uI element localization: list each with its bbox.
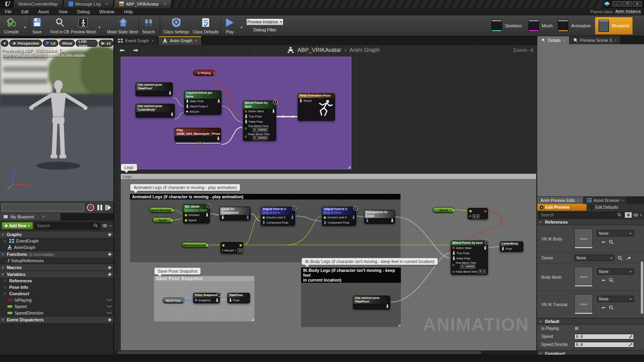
data-pin[interactable]: [484, 210, 487, 212]
data-pin[interactable]: [245, 128, 247, 130]
property-matrix-button[interactable]: ▦: [625, 212, 632, 218]
play-button[interactable]: Play: [223, 16, 237, 35]
use-selected-icon[interactable]: ⬅: [602, 305, 605, 311]
data-pin[interactable]: [452, 271, 454, 273]
node-bs-strafe[interactable]: BS_StrafeBlendspace PlayerDirectionSpeed: [183, 204, 210, 223]
function-item-setupreferences[interactable]: fSetupReferences: [0, 257, 114, 264]
close-tab-icon[interactable]: ✕: [105, 2, 109, 6]
variable-node-speed[interactable]: Speed: [153, 217, 173, 223]
add-new-button[interactable]: ✚Add New▼: [2, 222, 33, 229]
node-component-to-local[interactable]: Component To Local: [364, 210, 395, 224]
menu-help[interactable]: Help: [119, 9, 138, 14]
add-icon[interactable]: ✚: [108, 265, 111, 270]
output-pin[interactable]: [213, 72, 215, 74]
variable-visibility-icon[interactable]: [107, 311, 112, 315]
preview-viewport[interactable]: ▾ Perspective Lit Show LOD Auto x1 Previ…: [0, 38, 114, 213]
record-button[interactable]: [87, 204, 94, 211]
data-pin[interactable]: [239, 244, 242, 247]
pose-pin[interactable]: [186, 99, 189, 103]
breadcrumb-root[interactable]: ABP_VRIKAvatar: [297, 47, 341, 53]
node-blend-poses-by-bool-1[interactable]: Blend Poses by boolActive ValueTrue Pose…: [243, 101, 276, 141]
pose-pin[interactable]: [391, 218, 394, 223]
asset-thumbnail[interactable]: None: [574, 267, 593, 287]
pose-pin[interactable]: [386, 304, 389, 309]
variable-group-construct[interactable]: ▷Construct: [0, 290, 114, 297]
resize-handle[interactable]: [251, 318, 254, 321]
close-tab-icon[interactable]: ✕: [163, 2, 167, 6]
pose-watch-icon[interactable]: [273, 99, 278, 106]
add-pin-icon[interactable]: ✚: [186, 110, 188, 113]
pose-pin[interactable]: [169, 91, 171, 95]
node-use-cached-pose-rawpose-2[interactable]: Use cached pose 'RawPose': [353, 296, 390, 309]
browse-icon[interactable]: [609, 240, 613, 245]
pose-watch-icon[interactable]: [217, 291, 221, 298]
pose-pin[interactable]: [262, 220, 265, 225]
pose-watch-icon[interactable]: [206, 203, 211, 210]
filter-caret[interactable]: ▼: [109, 224, 112, 227]
graph-canvas[interactable]: LegsAnimated Legs (if character is movin…: [114, 45, 537, 355]
timeline-scrubber[interactable]: [2, 204, 84, 212]
edit-preview-toggle[interactable]: Edit Preview: [537, 204, 586, 211]
graph-item-animgraph[interactable]: AnimGraph: [0, 244, 114, 251]
use-selected-icon[interactable]: ⬅: [602, 240, 605, 245]
pose-pin[interactable]: [245, 114, 248, 119]
app-tab-abp-vrikavatar[interactable]: ABP_VRIKAvatar ✕: [114, 0, 172, 8]
browse-icon[interactable]: [609, 278, 613, 283]
asset-switch-animation[interactable]: Animation ▼: [555, 17, 600, 35]
lod-auto-button[interactable]: LOD Auto: [76, 40, 98, 47]
pose-pin[interactable]: [502, 247, 504, 251]
nav-back-arrow[interactable]: ⬅: [120, 47, 125, 54]
pose-pin[interactable]: [299, 99, 302, 103]
lit-mode-button[interactable]: Lit: [43, 40, 58, 47]
details-scrollbar[interactable]: [641, 261, 643, 314]
edit-defaults-toggle[interactable]: Edit Defaults: [586, 204, 644, 211]
preview-mesh-caret[interactable]: ▼: [98, 26, 101, 29]
node-layered-blend-per-bone[interactable]: Layered blend per boneBase PoseBlend Pos…: [184, 90, 221, 115]
details-search-input[interactable]: Search: [539, 212, 623, 218]
close-tab-icon[interactable]: ✕: [195, 39, 198, 43]
pose-watch-icon[interactable]: [292, 205, 297, 212]
parent-class-link[interactable]: Anim Instance: [615, 9, 641, 14]
pose-pin[interactable]: [217, 99, 220, 103]
section-references[interactable]: ▾References: [537, 219, 644, 225]
pose-pin[interactable]: [352, 215, 355, 220]
variable-visibility-icon[interactable]: [107, 304, 112, 309]
asset-switch-mesh[interactable]: Mesh: [525, 17, 556, 35]
minimize-button[interactable]: –: [613, 1, 621, 6]
data-pin[interactable]: [469, 215, 471, 217]
save-button[interactable]: Save: [31, 16, 43, 35]
animated-legs-comment[interactable]: Animated Legs (if character is moving - …: [130, 194, 400, 262]
search-button[interactable]: Search: [140, 16, 157, 35]
node-play-anim-tpose[interactable]: Play ANIM_UE4_Mannequin_TPose: [175, 128, 221, 142]
node-max-node[interactable]: Add pin +33: [221, 242, 243, 253]
pose-pin[interactable]: [366, 218, 369, 223]
add-icon[interactable]: ✚: [108, 252, 111, 257]
graph-editor[interactable]: Event Graph ✕ Anim Graph ✕ LegsAnimated …: [114, 36, 537, 355]
pin-value[interactable]: 0.100000: [460, 265, 475, 269]
asset-switch-skeleton[interactable]: Skeleton: [488, 17, 525, 35]
compile-options-caret[interactable]: ▼: [23, 26, 27, 29]
section-variables[interactable]: ▾Variables✚: [0, 271, 114, 278]
pause-button[interactable]: [97, 204, 103, 211]
pin-value[interactable]: 0.5: [479, 269, 486, 274]
data-pin[interactable]: [245, 136, 247, 138]
variable-node-speed[interactable]: Speed: [433, 207, 454, 213]
section-macros[interactable]: ▾Macros✚: [0, 264, 114, 271]
pin-value[interactable]: 0.100000: [253, 128, 268, 132]
pose-pin[interactable]: [452, 256, 455, 261]
pose-pin[interactable]: [216, 298, 219, 302]
browse-icon[interactable]: [609, 305, 613, 311]
make-static-mesh-button[interactable]: Make Static Mesh: [105, 16, 140, 35]
node-pose-snapshot[interactable]: Pose SnapshotSnapshot: [193, 293, 220, 303]
menu-debug[interactable]: Debug: [72, 9, 95, 14]
add-icon[interactable]: ✚: [108, 232, 111, 237]
asset-dropdown[interactable]: None▼: [597, 230, 634, 237]
node-local-to-component[interactable]: Local To Component: [220, 207, 250, 220]
asset-dropdown[interactable]: None▼: [597, 268, 634, 275]
use-selected-icon[interactable]: ⬅: [602, 278, 605, 283]
data-pin[interactable]: [185, 219, 187, 222]
section-functions[interactable]: ▾Functions(3 Overridable)✚: [0, 251, 114, 257]
variable-group-pose-info[interactable]: ▷Pose Info: [0, 284, 114, 290]
section-graphs[interactable]: ▾Graphs✚: [0, 231, 114, 238]
tab-anim-graph[interactable]: Anim Graph ✕: [159, 36, 202, 45]
